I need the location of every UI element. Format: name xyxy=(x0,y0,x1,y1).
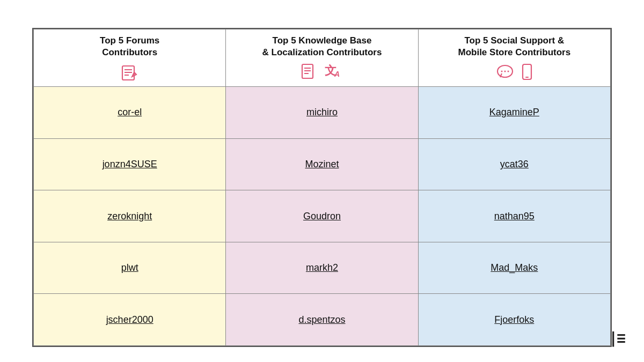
svg-point-14 xyxy=(508,71,509,72)
col-header-kb: Top 5 Knowledge Base& Localization Contr… xyxy=(226,29,418,87)
cell-forums-3[interactable]: zeroknight xyxy=(34,190,226,242)
cell-social-2[interactable]: ycat36 xyxy=(418,138,610,190)
cell-forums-4[interactable]: plwt xyxy=(34,242,226,294)
table-row: jonzn4SUSEMozinetycat36 xyxy=(34,138,611,190)
cell-kb-2[interactable]: Mozinet xyxy=(226,138,418,190)
cell-kb-3[interactable]: Goudron xyxy=(226,190,418,242)
chat-icon xyxy=(495,63,515,82)
cell-kb-4[interactable]: markh2 xyxy=(226,242,418,294)
svg-point-13 xyxy=(504,71,506,72)
table-body: cor-elmichiroKagaminePjonzn4SUSEMozinety… xyxy=(34,87,611,346)
table-row: plwtmarkh2Mad_Maks xyxy=(34,242,611,294)
mobile-icon xyxy=(521,63,533,82)
cell-forums-1[interactable]: cor-el xyxy=(34,87,226,139)
cell-forums-2[interactable]: jonzn4SUSE xyxy=(34,138,226,190)
svg-point-12 xyxy=(501,71,503,72)
col-header-forums: Top 5 ForumsContributors xyxy=(34,29,226,87)
forums-icons xyxy=(38,63,221,82)
cell-forums-5[interactable]: jscher2000 xyxy=(34,294,226,346)
kb-icons: 文 A xyxy=(230,63,413,82)
cell-kb-1[interactable]: michiro xyxy=(226,87,418,139)
translate-icon: 文 A xyxy=(324,63,344,82)
edit-icon xyxy=(120,63,140,82)
cell-social-1[interactable]: KagamineP xyxy=(418,87,610,139)
social-icons xyxy=(423,63,606,82)
table-header-row: Top 5 ForumsContributors xyxy=(34,29,611,87)
cell-social-5[interactable]: Fjoerfoks xyxy=(418,294,610,346)
cell-kb-5[interactable]: d.spentzos xyxy=(226,294,418,346)
table-row: zeroknightGoudronnathan95 xyxy=(34,190,611,242)
col-header-social: Top 5 Social Support &Mobile Store Contr… xyxy=(418,29,610,87)
cell-social-4[interactable]: Mad_Maks xyxy=(418,242,610,294)
table-row: cor-elmichiroKagamineP xyxy=(34,87,611,139)
contributors-table: Top 5 ForumsContributors xyxy=(33,29,611,346)
document-icon xyxy=(300,63,318,82)
svg-text:A: A xyxy=(334,70,340,78)
table-row: jscher2000d.spentzosFjoerfoks xyxy=(34,294,611,346)
cell-social-3[interactable]: nathan95 xyxy=(418,190,610,242)
watermark: |≡ xyxy=(609,329,625,347)
page-header xyxy=(32,15,612,16)
contributors-table-wrapper: Top 5 ForumsContributors xyxy=(32,28,612,347)
